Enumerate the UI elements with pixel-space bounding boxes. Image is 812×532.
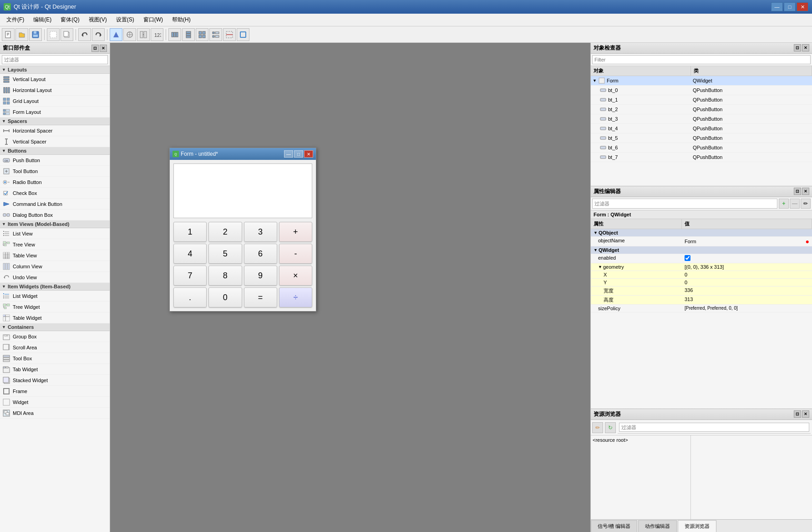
calc-btn-equals[interactable]: = (244, 287, 277, 307)
tree-row-bt4[interactable]: bt_4 QPushButton (591, 124, 812, 133)
menu-file[interactable]: 文件(F) (2, 14, 29, 26)
widget-box-header-btns[interactable]: ⊡ ✕ (91, 45, 107, 52)
menu-window[interactable]: 窗口(W) (139, 14, 167, 26)
calc-btn-6[interactable]: 6 (244, 244, 277, 264)
prop-row-y[interactable]: Y 0 (591, 279, 812, 286)
widget-item-vspacer[interactable]: Vertical Spacer (0, 136, 110, 147)
calc-btn-multiply[interactable]: × (279, 266, 312, 286)
toolbar-layout-grid[interactable] (196, 28, 208, 41)
tree-row-bt3[interactable]: bt_3 QPushButton (591, 114, 812, 124)
property-filter-buttons[interactable]: + — ✏ (779, 199, 811, 209)
prop-row-height[interactable]: 高度 313 (591, 296, 812, 305)
tab-resource-browser[interactable]: 资源浏览器 (678, 520, 716, 532)
toolbar-layout-h[interactable] (168, 28, 181, 41)
enabled-checkbox[interactable] (685, 255, 690, 261)
close-button[interactable]: ✕ (797, 2, 808, 11)
widget-item-command-link-button[interactable]: Command Link Button (0, 199, 110, 210)
calc-btn-dot[interactable]: . (173, 287, 207, 307)
prop-add-btn[interactable]: + (779, 199, 789, 209)
tree-row-bt2[interactable]: bt_2 QPushButton (591, 105, 812, 114)
toolbar-save[interactable] (29, 28, 42, 41)
widget-item-radio-button[interactable]: Radio Button (0, 177, 110, 188)
calc-btn-8[interactable]: 8 (208, 266, 242, 286)
calc-btn-divide[interactable]: ÷ (279, 287, 312, 307)
prop-row-enabled[interactable]: enabled (591, 254, 812, 263)
widget-item-group-box[interactable]: GB Group Box (0, 331, 110, 342)
resource-browser-header-btns[interactable]: ⊡ ✕ (794, 410, 809, 418)
toolbar-cut[interactable] (47, 28, 60, 41)
calc-btn-2[interactable]: 2 (208, 222, 242, 242)
prop-row-objectname[interactable]: objectName Form ● (591, 237, 812, 246)
toolbar-signal[interactable] (123, 28, 136, 41)
toolbar-undo[interactable] (78, 28, 91, 41)
category-spacers[interactable]: Spacers (0, 118, 110, 125)
calc-btn-plus[interactable]: + (279, 222, 312, 242)
widget-item-widget[interactable]: Widget (0, 397, 110, 408)
prop-row-width[interactable]: 宽度 336 (591, 286, 812, 296)
toolbar-new[interactable] (2, 28, 15, 41)
widget-item-dialog-button-box[interactable]: Dialog Button Box (0, 210, 110, 220)
widget-item-mdi-area[interactable]: MDI Area (0, 408, 110, 419)
widget-item-column-view[interactable]: Column View (0, 261, 110, 272)
widget-item-tool-button[interactable]: Tool Button (0, 166, 110, 177)
calc-btn-1[interactable]: 1 (173, 222, 207, 242)
widget-item-list-view[interactable]: List View (0, 228, 110, 239)
toolbar-buddy[interactable] (137, 28, 150, 41)
obj-float-btn[interactable]: ⊡ (794, 44, 801, 51)
toolbar-copy[interactable] (61, 28, 73, 41)
widget-item-stacked-widget[interactable]: Stacked Widget (0, 375, 110, 386)
prop-remove-btn[interactable]: — (790, 199, 800, 209)
prop-edit-btn[interactable]: ✏ (801, 199, 811, 209)
resource-filter-input[interactable] (619, 423, 809, 432)
menu-form[interactable]: 窗体(Q) (56, 14, 84, 26)
widget-box-float-btn[interactable]: ⊡ (91, 45, 99, 52)
form-maximize-btn[interactable]: □ (294, 150, 303, 158)
prop-float-btn[interactable]: ⊡ (794, 188, 801, 195)
toolbar-redo[interactable] (92, 28, 105, 41)
widget-item-undo-view[interactable]: Undo View (0, 272, 110, 283)
res-close-btn[interactable]: ✕ (802, 410, 809, 418)
tree-row-bt5[interactable]: bt_5 QPushButton (591, 133, 812, 143)
prop-value-enabled[interactable] (682, 254, 812, 263)
calc-btn-3[interactable]: 3 (244, 222, 277, 242)
menu-help[interactable]: 帮助(H) (167, 14, 195, 26)
title-bar-buttons[interactable]: — □ ✕ (771, 2, 808, 11)
minimize-button[interactable]: — (771, 2, 783, 11)
property-filter-input[interactable] (592, 199, 777, 209)
form-window[interactable]: Q Form - untitled* — □ ✕ 1 2 3 + 4 (169, 148, 316, 312)
tree-row-bt6[interactable]: bt_6 QPushButton (591, 143, 812, 153)
category-buttons[interactable]: Buttons (0, 147, 110, 155)
tab-signals-slots[interactable]: 信号/槽 编辑器 (591, 520, 637, 532)
widget-item-table-view[interactable]: Table View (0, 250, 110, 261)
widget-item-frame[interactable]: Frame (0, 386, 110, 397)
category-containers[interactable]: Containers (0, 323, 110, 331)
calc-btn-4[interactable]: 4 (173, 244, 207, 264)
category-item-widgets[interactable]: Item Widgets (Item-Based) (0, 283, 110, 291)
calc-btn-7[interactable]: 7 (173, 266, 207, 286)
property-editor-header-btns[interactable]: ⊡ ✕ (794, 188, 809, 195)
form-window-buttons[interactable]: — □ ✕ (284, 150, 313, 158)
widget-item-vertical-layout[interactable]: Vertical Layout (0, 74, 110, 85)
obj-close-btn[interactable]: ✕ (802, 44, 809, 51)
res-refresh-btn[interactable]: ↻ (605, 422, 616, 433)
toolbar-widget-edit[interactable] (110, 28, 122, 41)
menu-settings[interactable]: 设置(S) (112, 14, 139, 26)
category-layouts[interactable]: Layouts (0, 66, 110, 74)
object-filter-input[interactable] (592, 55, 811, 64)
toolbar-open[interactable] (15, 28, 28, 41)
prop-close-btn[interactable]: ✕ (802, 188, 809, 195)
widget-item-tree-view[interactable]: Tree View (0, 239, 110, 250)
category-item-views[interactable]: Item Views (Model-Based) (0, 220, 110, 228)
calc-btn-0[interactable]: 0 (208, 287, 242, 307)
widget-item-form-layout[interactable]: Form Layout (0, 107, 110, 118)
tree-row-bt7[interactable]: bt_7 QPushButton (591, 153, 812, 162)
tree-row-bt1[interactable]: bt_1 QPushButton (591, 95, 812, 105)
prop-row-sizepolicy[interactable]: sizePolicy [Preferred, Preferred, 0, 0] (591, 305, 812, 312)
widget-filter-input[interactable] (2, 55, 108, 64)
form-close-btn[interactable]: ✕ (304, 150, 313, 158)
widget-item-check-box[interactable]: Check Box (0, 188, 110, 199)
tab-action-editor[interactable]: 动作编辑器 (638, 520, 677, 532)
toolbar-layout-form[interactable] (209, 28, 222, 41)
widget-item-table-widget[interactable]: Table Widget (0, 312, 110, 323)
prop-row-x[interactable]: X 0 (591, 271, 812, 279)
